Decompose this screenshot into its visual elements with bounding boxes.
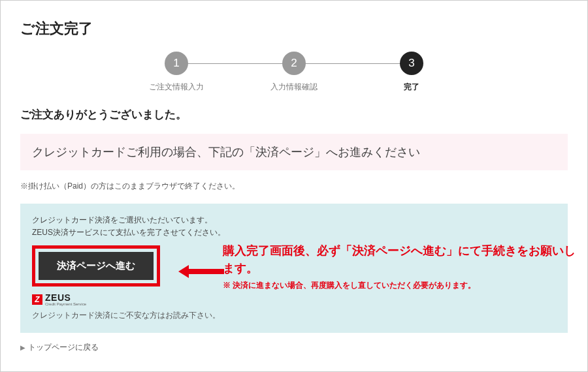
callout-main-text: 購入完了画面後、必ず「決済ページへ進む」にて手続きをお願いします。 — [223, 242, 576, 277]
back-to-top-link[interactable]: ▶ トップページに戻る — [20, 342, 568, 353]
step-2-circle: 2 — [282, 52, 306, 75]
callout-arrow-icon — [178, 262, 224, 281]
zeus-logo-tagline: Credit Payment Service — [45, 302, 86, 306]
paid-note: ※掛け払い（Paid）の方はこのままブラウザで終了ください。 — [20, 181, 568, 192]
callout-sub-text: ※ 決済に進まない場合、再度購入をし直していただく必要があります。 — [223, 280, 576, 291]
step-3: 3 完了 — [353, 52, 470, 93]
step-3-label: 完了 — [404, 82, 419, 93]
zeus-logo-name: ZEUS — [45, 293, 86, 302]
zeus-logo-icon: Z — [32, 294, 42, 305]
step-line-2 — [294, 63, 412, 64]
step-2: 2 入力情報確認 — [235, 52, 353, 93]
svg-marker-1 — [178, 265, 189, 278]
step-1-circle: 1 — [165, 52, 188, 75]
panel-line-1: クレジットカード決済をご選択いただいています。 — [32, 214, 556, 226]
progress-stepper: 1 ご注文情報入力 2 入力情報確認 3 完了 — [20, 52, 568, 93]
thanks-message: ご注文ありがとうございました。 — [20, 107, 568, 122]
chevron-right-icon: ▶ — [20, 344, 25, 351]
step-3-circle: 3 — [400, 52, 423, 75]
step-1: 1 ご注文情報入力 — [118, 52, 235, 93]
zeus-logo: Z ZEUS Credit Payment Service — [32, 293, 556, 306]
zeus-note: クレジットカード決済にご不安な方はお読み下さい。 — [32, 310, 556, 321]
payment-button-highlight: 決済ページへ進む — [32, 245, 160, 287]
credit-card-notice: クレジットカードご利用の場合、下記の「決済ページ」へお進みください — [20, 134, 568, 170]
proceed-to-payment-button[interactable]: 決済ページへ進む — [39, 252, 154, 280]
step-2-label: 入力情報確認 — [270, 82, 318, 93]
instruction-callout: 購入完了画面後、必ず「決済ページへ進む」にて手続きをお願いします。 ※ 決済に進… — [223, 242, 576, 291]
back-link-label: トップページに戻る — [28, 342, 99, 353]
page-title: ご注文完了 — [20, 19, 568, 39]
panel-line-2: ZEUS決済サービスにて支払いを完了させてください。 — [32, 226, 556, 239]
step-1-label: ご注文情報入力 — [149, 82, 204, 93]
step-line-1 — [176, 63, 294, 64]
